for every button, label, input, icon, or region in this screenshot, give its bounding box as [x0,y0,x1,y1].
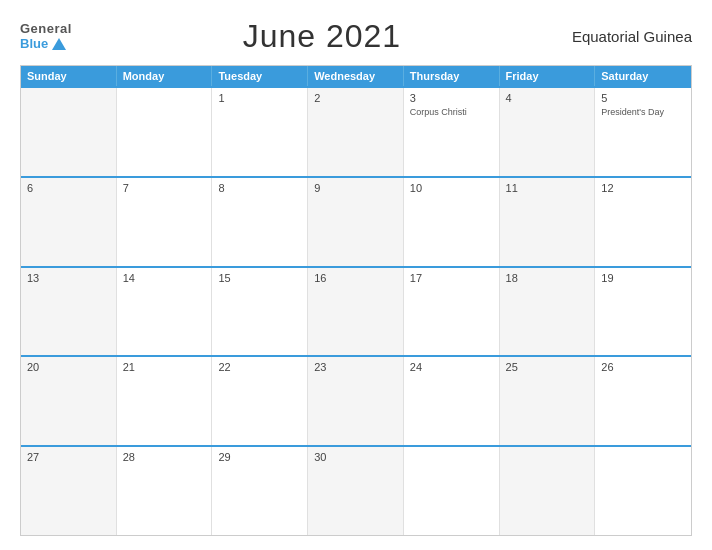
day-cell: 21 [117,357,213,445]
day-number: 25 [506,361,589,373]
day-cell: 26 [595,357,691,445]
day-cell: 12 [595,178,691,266]
day-header-thursday: Thursday [404,66,500,86]
country-label: Equatorial Guinea [572,28,692,45]
day-number: 1 [218,92,301,104]
day-cell: 27 [21,447,117,535]
day-number: 30 [314,451,397,463]
calendar-page: General Blue June 2021 Equatorial Guinea… [0,0,712,550]
day-cell: 11 [500,178,596,266]
day-number: 12 [601,182,685,194]
logo-triangle-icon [52,38,66,50]
calendar-grid: SundayMondayTuesdayWednesdayThursdayFrid… [20,65,692,536]
day-cell: 2 [308,88,404,176]
day-cell: 25 [500,357,596,445]
day-cell: 14 [117,268,213,356]
day-header-saturday: Saturday [595,66,691,86]
day-number: 17 [410,272,493,284]
day-cell: 20 [21,357,117,445]
day-cell: 8 [212,178,308,266]
day-cell: 23 [308,357,404,445]
day-cell: 28 [117,447,213,535]
day-number: 19 [601,272,685,284]
day-number: 7 [123,182,206,194]
day-cell: 17 [404,268,500,356]
day-cell [21,88,117,176]
logo-blue-text: Blue [20,37,66,51]
day-event: President's Day [601,107,685,119]
day-number: 27 [27,451,110,463]
day-cell [117,88,213,176]
day-number: 24 [410,361,493,373]
day-cell: 24 [404,357,500,445]
day-cell: 3Corpus Christi [404,88,500,176]
day-cell [595,447,691,535]
day-cell: 30 [308,447,404,535]
day-number: 10 [410,182,493,194]
week-row-3: 13141516171819 [21,266,691,356]
day-number: 8 [218,182,301,194]
day-header-sunday: Sunday [21,66,117,86]
day-number: 16 [314,272,397,284]
day-cell: 7 [117,178,213,266]
day-cell: 29 [212,447,308,535]
day-number: 28 [123,451,206,463]
day-number: 9 [314,182,397,194]
day-cell: 16 [308,268,404,356]
week-row-4: 20212223242526 [21,355,691,445]
day-number: 20 [27,361,110,373]
day-cell: 10 [404,178,500,266]
calendar-title: June 2021 [243,18,401,55]
day-cell: 18 [500,268,596,356]
day-number: 15 [218,272,301,284]
logo: General Blue [20,22,72,51]
day-cell [500,447,596,535]
day-cell: 15 [212,268,308,356]
day-headers-row: SundayMondayTuesdayWednesdayThursdayFrid… [21,66,691,86]
week-row-5: 27282930 [21,445,691,535]
day-event: Corpus Christi [410,107,493,119]
day-number: 29 [218,451,301,463]
day-cell [404,447,500,535]
logo-blue-label: Blue [20,37,48,51]
day-header-friday: Friday [500,66,596,86]
day-cell: 13 [21,268,117,356]
day-cell: 22 [212,357,308,445]
day-number: 14 [123,272,206,284]
day-number: 5 [601,92,685,104]
day-cell: 9 [308,178,404,266]
logo-general-text: General [20,22,72,36]
day-number: 3 [410,92,493,104]
day-cell: 5President's Day [595,88,691,176]
day-cell: 4 [500,88,596,176]
day-number: 11 [506,182,589,194]
day-cell: 1 [212,88,308,176]
header: General Blue June 2021 Equatorial Guinea [20,18,692,55]
day-number: 13 [27,272,110,284]
day-header-wednesday: Wednesday [308,66,404,86]
week-row-2: 6789101112 [21,176,691,266]
day-number: 21 [123,361,206,373]
day-header-monday: Monday [117,66,213,86]
day-number: 2 [314,92,397,104]
day-number: 6 [27,182,110,194]
day-cell: 19 [595,268,691,356]
day-number: 22 [218,361,301,373]
day-cell: 6 [21,178,117,266]
day-number: 18 [506,272,589,284]
day-number: 26 [601,361,685,373]
weeks-container: 123Corpus Christi45President's Day678910… [21,86,691,535]
day-header-tuesday: Tuesday [212,66,308,86]
week-row-1: 123Corpus Christi45President's Day [21,86,691,176]
day-number: 23 [314,361,397,373]
day-number: 4 [506,92,589,104]
